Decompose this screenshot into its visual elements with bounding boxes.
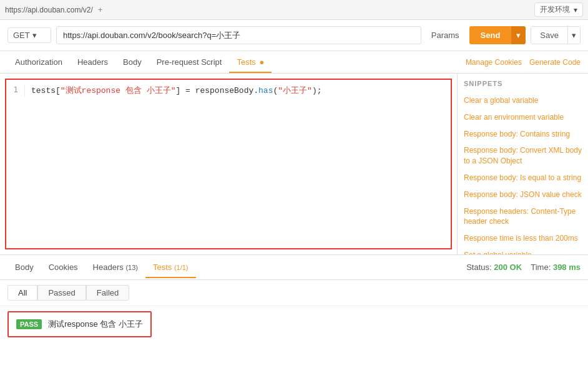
send-btn-group: Send ▾ (469, 26, 526, 44)
snippet-body-json[interactable]: Response body: JSON value check (464, 186, 582, 203)
filter-tabs: All Passed Failed (0, 280, 588, 306)
resp-tab-headers[interactable]: Headers (13) (86, 258, 145, 278)
tab-authorization[interactable]: Authorization (7, 52, 70, 73)
env-selector[interactable]: 开发环境 ▾ (534, 2, 583, 17)
status-value: 200 OK (494, 263, 522, 272)
time-value: 398 ms (553, 263, 581, 272)
send-button[interactable]: Send (469, 26, 512, 44)
editor-area[interactable]: 1 tests["测试response 包含 小王子"] = responseB… (5, 79, 452, 249)
code-line-1: 1 tests["测试response 包含 小王子"] = responseB… (6, 80, 451, 102)
pass-badge: PASS (16, 319, 42, 329)
filter-passed[interactable]: Passed (37, 285, 86, 301)
snippet-headers-contenttype[interactable]: Response headers: Content-Type header ch… (464, 203, 582, 231)
method-label: GET (13, 31, 30, 40)
new-tab-button[interactable]: + (98, 5, 103, 14)
url-input[interactable] (56, 26, 421, 44)
tests-dot: ● (259, 57, 264, 67)
snippets-panel: SNIPPETS Clear a global variable Clear a… (457, 74, 588, 254)
req-tab-actions: Manage Cookies Generate Code (466, 58, 581, 67)
method-select[interactable]: GET ▾ (7, 27, 51, 43)
save-btn-group: Save ▾ (531, 26, 581, 44)
env-label: 开发环境 (540, 4, 570, 15)
main-content: 1 tests["测试response 包含 小王子"] = responseB… (0, 74, 588, 254)
test-result: PASS 测试response 包含 小王子 (7, 311, 152, 337)
generate-code-link[interactable]: Generate Code (529, 58, 581, 67)
tab-url: https://api.douban.com/v2/ (5, 6, 93, 14)
resp-tab-tests[interactable]: Tests (1/1) (145, 258, 196, 278)
tab-tests[interactable]: Tests ● (229, 52, 272, 73)
code-content-1: tests["测试response 包含 小王子"] = responseBod… (31, 85, 322, 97)
resp-tab-body[interactable]: Body (7, 258, 41, 278)
req-tabs: Authorization Headers Body Pre-request S… (0, 51, 588, 74)
tab-headers[interactable]: Headers (70, 52, 115, 73)
response-tabs-bar: Body Cookies Headers (13) Tests (1/1) St… (0, 255, 588, 280)
tab-body[interactable]: Body (115, 52, 149, 73)
snippet-response-time[interactable]: Response time is less than 200ms (464, 230, 582, 247)
request-bar: GET ▾ Params Send ▾ Save ▾ (0, 20, 588, 51)
snippet-body-contains[interactable]: Response body: Contains string (464, 126, 582, 143)
tab-prerequest[interactable]: Pre-request Script (149, 52, 230, 73)
line-number-1: 1 (6, 85, 25, 97)
response-status: Status: 200 OK Time: 398 ms (466, 263, 581, 272)
method-arrow: ▾ (32, 31, 37, 40)
snippet-set-global[interactable]: Set a global variable (464, 247, 582, 254)
snippet-clear-env[interactable]: Clear an environment variable (464, 109, 582, 126)
manage-cookies-link[interactable]: Manage Cookies (466, 58, 522, 67)
filter-failed[interactable]: Failed (86, 285, 129, 301)
snippet-body-xml[interactable]: Response body: Convert XML body to a JSO… (464, 142, 582, 170)
response-area: Body Cookies Headers (13) Tests (1/1) St… (0, 254, 588, 337)
params-button[interactable]: Params (426, 28, 464, 42)
save-dropdown-button[interactable]: ▾ (567, 27, 580, 44)
env-arrow: ▾ (574, 6, 577, 14)
filter-all[interactable]: All (7, 285, 37, 301)
test-name: 测试response 包含 小王子 (48, 319, 143, 330)
save-button[interactable]: Save (531, 27, 567, 44)
send-dropdown-button[interactable]: ▾ (511, 26, 526, 44)
snippets-title: SNIPPETS (464, 80, 582, 87)
snippet-clear-global[interactable]: Clear a global variable (464, 92, 582, 109)
resp-tab-cookies[interactable]: Cookies (41, 258, 86, 278)
snippet-body-equal[interactable]: Response body: Is equal to a string (464, 170, 582, 186)
top-bar: https://api.douban.com/v2/ + 开发环境 ▾ (0, 0, 588, 20)
